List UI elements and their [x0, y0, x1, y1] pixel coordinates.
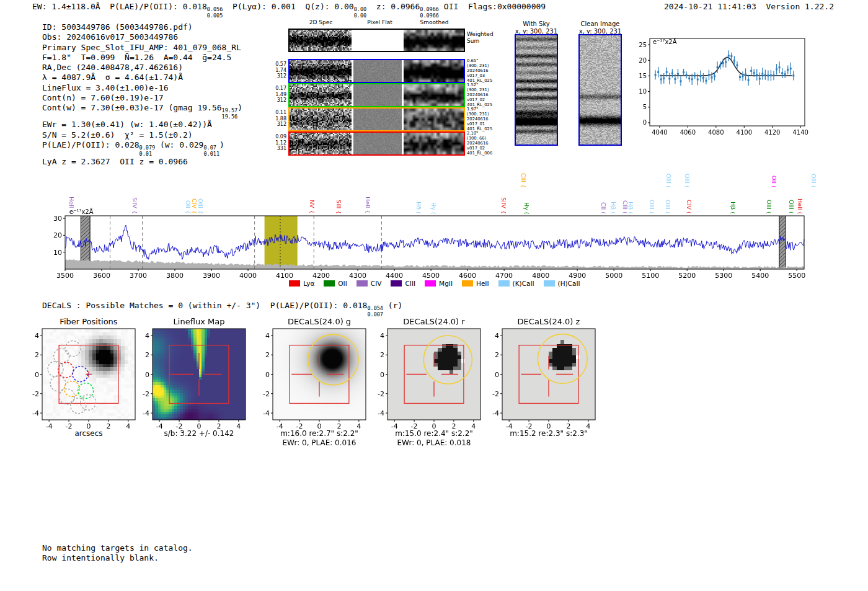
legend-item-heii: HeII	[462, 280, 489, 287]
emission-line-label-oii: OII {	[184, 178, 192, 214]
info-line-2: Obs: 20240616v017_5003449786	[42, 32, 242, 42]
line-fit-inset-chart	[630, 32, 816, 141]
spectrum-flux-units-annotation: e⁻¹⁷x2Å	[69, 208, 94, 215]
emission-line-label-ciii: CIII (	[621, 178, 629, 214]
emission-line-label-heii: HeII (	[796, 178, 804, 214]
legend-item-kcaii: (K)CaII	[498, 280, 534, 287]
legend-item-ly: Lyα	[289, 280, 314, 287]
spectrum-legend: LyαOIICIVCIIIMgIIHeII(K)CaII(H)CaII	[65, 280, 804, 287]
target-info-block: ID: 5003449786 (5003449786.pdf)Obs: 2024…	[42, 22, 242, 167]
report-version: Version 1.22.2	[766, 2, 834, 11]
info-line-7: LineFlux = 3.40(±1.00)e-16	[42, 83, 242, 93]
cleanimage-image	[580, 35, 621, 144]
fiber-positions-plot	[24, 321, 141, 434]
cutout-row-weighted	[288, 29, 465, 52]
catalog-match-line: DECaLS : Possible Matches = 0 (within +/…	[42, 301, 402, 318]
legend-swatch	[498, 280, 510, 287]
legend-swatch	[289, 280, 300, 287]
legend-item-ciii: CIII	[391, 280, 415, 287]
cutout-row-2	[288, 83, 465, 107]
inset-flux-units-annotation: e⁻¹⁷x2Å	[653, 38, 677, 45]
decals-g-cutout	[254, 321, 372, 434]
emission-line-label-h: Hβ (	[609, 178, 617, 214]
emission-line-label-oiii: OIII (	[664, 178, 671, 214]
legend-item-oii: OII	[324, 280, 347, 287]
legend-swatch	[425, 280, 436, 287]
emission-line-label-siiv: SiIV {	[131, 178, 139, 214]
legend-swatch	[324, 280, 335, 287]
cleanimage-title: Clean Imagex, y: 300, 231	[566, 20, 634, 35]
emission-line-label-oiii: OIII (	[648, 178, 655, 214]
info-line-12: P(LAE)/P(OII): 0.0280.0790.01 (w: 0.0290…	[42, 140, 242, 157]
emission-line-label-h: Hβ (	[627, 178, 634, 214]
emission-line-label-oii: OII (	[770, 152, 777, 188]
report-datetime-version: 2024-10-21 11:41:03 Version 1.22.2	[664, 2, 834, 11]
emission-line-label-siii: SiII {	[335, 178, 342, 214]
cutout-row-right-meta: 1.97"(300, 231)20240616v017_01401_RL_025	[467, 107, 492, 131]
lineflux-map-plot	[134, 321, 252, 434]
emission-line-label-h: Hγ (	[430, 178, 437, 214]
cutout-row-right-meta: 0.65"(300, 231)20240616v017_03401_RL_025	[467, 58, 492, 83]
cutout-row-3	[288, 107, 465, 131]
emission-line-label-oiii: OIII (	[787, 178, 795, 214]
emission-line-label-oiii: OIII (	[765, 178, 773, 214]
report-datetime: 2024-10-21 11:41:03	[664, 2, 756, 11]
footer-line-1: No matching targets in catalog.	[42, 543, 193, 553]
cutout-row-left-stats: 0.171.49312	[273, 86, 286, 104]
info-line-6: λ = 4087.9Å σ = 4.64(±1.74)Å	[42, 73, 242, 82]
weighted-sum-label: WeightedSum	[467, 31, 494, 44]
emission-line-label-h: Hβ (	[730, 178, 737, 214]
emission-line-label-ciii: CIII {	[520, 152, 527, 188]
cutout-row-images	[290, 30, 464, 51]
legend-swatch	[391, 280, 402, 287]
withsky-title: With Skyx, y: 300, 231	[502, 20, 570, 35]
decals-r-cutout	[369, 321, 487, 434]
cutout-row-images	[290, 133, 464, 154]
cutout-row-images	[290, 60, 464, 82]
info-line-9: Cont(w) = 7.30(±0.03)e-17 (gmag 19.5619.…	[42, 103, 242, 120]
footer-line-2: Row intentionally blank.	[42, 553, 159, 562]
info-line-8: Cont(n) = 7.60(±0.19)e-17	[42, 93, 242, 103]
legend-item-mgii: MgII	[425, 280, 453, 287]
info-line-4: F=1.8" T=0.099 N̄=1.26 A=0.44 ḡ=24.5	[42, 53, 242, 63]
legend-swatch	[356, 280, 368, 287]
cutout-col-header-pixelflat: Pixel Flat	[356, 19, 403, 25]
cutout-row-images	[290, 109, 464, 130]
legend-item-hcaii: (H)CaII	[544, 280, 580, 287]
info-line-13: LyA z = 2.3627 OII z = 0.0966	[42, 157, 242, 167]
cutout-row-left-stats: 0.091.12331	[273, 134, 286, 152]
emission-line-label-oiii: OIII (	[665, 152, 673, 188]
emission-line-label-civ: CIV (	[685, 178, 693, 214]
emission-line-label-h: Hδ (	[415, 178, 423, 214]
cutout-row-images	[290, 84, 464, 106]
emission-line-label-oiii: OIII {	[197, 178, 204, 214]
emission-line-label-h: Hγ (	[523, 178, 531, 214]
legend-swatch	[544, 280, 555, 287]
summary-header: EW: 1.4±118.0Å P(LAE)/P(OII): 0.0180.056…	[32, 2, 546, 19]
info-line-10: EWr = 1.30(±0.41) (w: 1.40(±0.42))Å	[42, 120, 242, 130]
cutout-row-4	[288, 131, 465, 156]
panel-xlabel2-3: EWr: 0, PLAE: 0.018	[363, 438, 505, 447]
cutout-row-1	[288, 59, 465, 83]
emission-line-label-siiv: SiIV {	[500, 178, 507, 214]
emission-line-label-nv: NV {	[308, 178, 316, 214]
info-line-1: ID: 5003449786 (5003449786.pdf)	[42, 22, 242, 32]
decals-z-cutout	[484, 321, 601, 434]
withsky-panel	[515, 34, 558, 146]
info-line-5: RA,Dec (240.408478,47.462616)	[42, 63, 242, 73]
emission-line-label-civ: CIV {	[190, 178, 198, 214]
emission-line-label-cii: CII (	[600, 178, 607, 214]
cutout-row-left-stats: 0.111.88312	[273, 110, 286, 128]
cutout-row-right-meta: 1.52"(300, 231)20240616v017_02401_RL_025	[467, 82, 492, 107]
cutout-row-left-stats: 0.571.74312	[273, 61, 286, 79]
withsky-image	[516, 35, 557, 144]
emission-line-label-heii: HeII {	[364, 178, 371, 214]
elixer-report-page: { "header": { "segments": [ {"t":"EW: 1.…	[0, 0, 868, 591]
legend-swatch	[462, 280, 473, 287]
cutout-row-right-meta: 2.10"(300, 66)20240616v017_02401_RL_006	[467, 131, 492, 156]
cleanimage-panel	[578, 34, 622, 146]
legend-item-civ: CIV	[356, 280, 382, 287]
emission-line-label-oiii: OIII (	[810, 152, 817, 188]
cutout-col-header-smoothed: Smoothed	[411, 19, 458, 25]
emission-line-label-oiii: OIII (	[683, 152, 691, 188]
